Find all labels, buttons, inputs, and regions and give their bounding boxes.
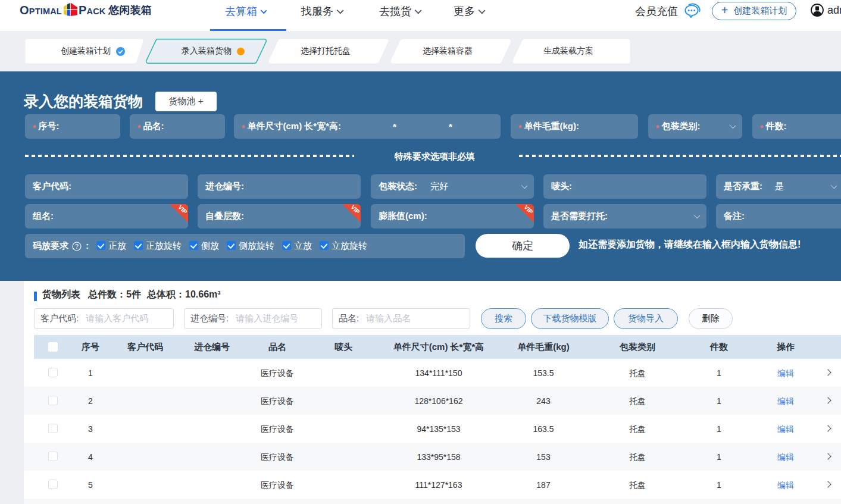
svg-text:?: ?	[75, 243, 79, 249]
